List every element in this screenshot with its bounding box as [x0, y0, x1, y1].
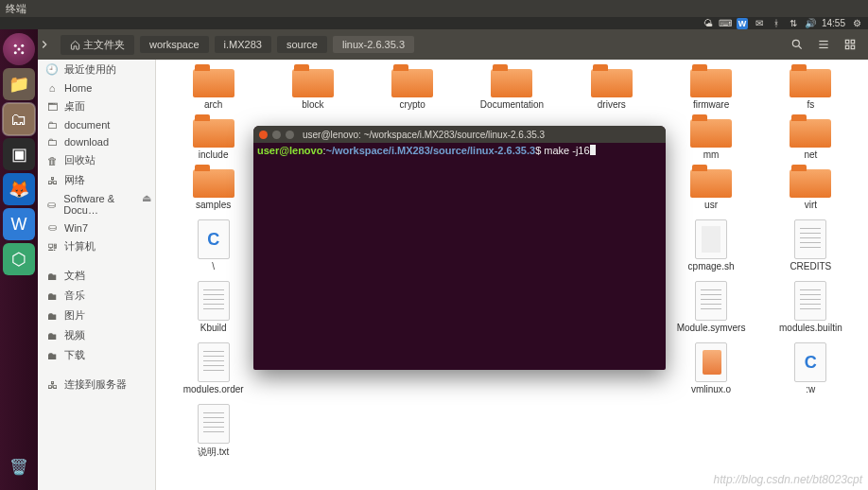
folder-item[interactable]: net	[763, 119, 859, 160]
sidebar-item-label: document	[64, 119, 110, 131]
svg-rect-8	[851, 45, 855, 49]
file-label: \	[212, 261, 215, 271]
file-label: 说明.txt	[198, 446, 229, 459]
mail-icon[interactable]: ✉	[754, 18, 765, 29]
sidebar-item-label: 连接到服务器	[64, 377, 127, 392]
file-item[interactable]: C:w	[763, 342, 859, 394]
window-close-icon[interactable]	[259, 131, 268, 139]
terminal-titlebar[interactable]: user@lenovo: ~/workspace/i.MX283/source/…	[253, 126, 666, 143]
sidebar-item-label: 网络	[64, 173, 85, 187]
sidebar-item-docs[interactable]: 🖿文档	[38, 266, 155, 286]
sidebar-item-downloads2[interactable]: 🖿下载	[38, 345, 155, 365]
file-item[interactable]: vmlinux.o	[663, 342, 758, 394]
file-item[interactable]: modules.order	[165, 342, 261, 394]
sidebar-item-software[interactable]: ⛀Software & Docu…⏏	[38, 190, 155, 219]
file-label: CREDITS	[790, 261, 831, 271]
folder-item[interactable]: samples	[165, 169, 261, 210]
sidebar-item-label: Win7	[64, 222, 88, 234]
gear-icon[interactable]: ⚙	[851, 18, 862, 29]
svg-point-9	[14, 44, 17, 47]
sidebar-item-home[interactable]: ⌂Home	[38, 79, 155, 96]
sidebar-item-network[interactable]: 🖧网络	[38, 170, 155, 190]
file-item[interactable]: modules.builtin	[763, 281, 859, 333]
file-label: cpmage.sh	[688, 261, 735, 271]
crumb-home[interactable]: 主文件夹	[61, 35, 134, 55]
svg-point-11	[14, 51, 17, 54]
window-min-icon[interactable]	[272, 131, 281, 139]
crumb-workspace[interactable]: workspace	[140, 36, 209, 53]
folder-item[interactable]: mm	[663, 119, 758, 160]
launcher-filemanager-icon[interactable]: 🗂	[3, 103, 35, 135]
file-item[interactable]: cpmage.sh	[663, 219, 758, 271]
script-file-icon	[695, 219, 727, 259]
launcher-files-icon[interactable]: 📁	[3, 68, 35, 100]
crumb-source[interactable]: source	[277, 36, 327, 53]
places-sidebar: 🕘最近使用的 ⌂Home 🗔桌面 🗀document 🗀download 🗑回收…	[38, 60, 156, 490]
bluetooth-icon[interactable]: ᚼ	[771, 18, 782, 29]
launcher-atom-icon[interactable]: ⬡	[3, 243, 35, 275]
crumb-imx[interactable]: i.MX283	[215, 36, 271, 53]
wps-tray-icon[interactable]: W	[737, 18, 748, 29]
file-label: virt	[805, 200, 817, 210]
folder-item[interactable]: arch	[165, 69, 261, 110]
folder-icon: 🖿	[45, 350, 59, 361]
clock[interactable]: 14:55	[822, 18, 845, 28]
list-view-button[interactable]	[813, 34, 834, 55]
file-item[interactable]: Kbuild	[165, 281, 261, 333]
folder-item[interactable]: include	[165, 119, 261, 160]
launcher-terminal-icon[interactable]: ▣	[3, 138, 35, 170]
launcher-trash-icon[interactable]: 🗑️	[3, 450, 35, 482]
file-label: net	[804, 149, 817, 160]
volume-icon[interactable]: 🔊	[805, 18, 816, 29]
folder-icon: 🗀	[45, 136, 59, 148]
sidebar-item-download[interactable]: 🗀download	[38, 133, 155, 150]
folder-item[interactable]: firmware	[663, 69, 758, 110]
home-label: 主文件夹	[83, 38, 125, 52]
sidebar-item-video[interactable]: 🖿视频	[38, 325, 155, 345]
launcher: 📁 🗂 ▣ 🦊 W ⬡ 🗑️	[0, 29, 38, 490]
folder-item[interactable]: block	[265, 69, 360, 110]
folder-item[interactable]: fs	[763, 69, 859, 110]
sidebar-item-desktop[interactable]: 🗔桌面	[38, 96, 155, 116]
file-label: arch	[204, 99, 222, 110]
object-file-icon	[695, 342, 727, 382]
file-label: Kbuild	[200, 323, 227, 333]
sidebar-item-recent[interactable]: 🕘最近使用的	[38, 60, 155, 79]
file-item[interactable]: CREDITS	[763, 219, 859, 271]
folder-item[interactable]: Documentation	[464, 69, 560, 110]
crumb-linux[interactable]: linux-2.6.35.3	[333, 36, 414, 53]
folder-item[interactable]: drivers	[564, 69, 659, 110]
terminal-window[interactable]: user@lenovo: ~/workspace/i.MX283/source/…	[253, 126, 666, 370]
weather-icon[interactable]: 🌤	[703, 18, 714, 29]
folder-item[interactable]: crypto	[365, 69, 460, 110]
folder-item[interactable]: virt	[763, 169, 859, 210]
sidebar-item-document[interactable]: 🗀document	[38, 116, 155, 133]
sidebar-item-label: 视频	[64, 328, 85, 342]
folder-item[interactable]: usr	[663, 169, 758, 210]
launcher-firefox-icon[interactable]: 🦊	[3, 173, 35, 205]
sidebar-item-music[interactable]: 🖿音乐	[38, 286, 155, 306]
network-icon[interactable]: ⇅	[788, 18, 799, 29]
folder-icon	[790, 69, 831, 97]
keyboard-layout-icon[interactable]: ⌨	[720, 18, 731, 29]
terminal-body[interactable]: user@lenovo:~/workspace/i.MX283/source/l…	[253, 143, 666, 370]
svg-point-13	[18, 48, 21, 51]
file-item[interactable]: Module.symvers	[663, 281, 758, 333]
file-label: modules.builtin	[779, 323, 842, 333]
grid-view-button[interactable]	[840, 34, 860, 55]
launcher-wps-icon[interactable]: W	[3, 208, 35, 240]
clock-icon: 🕘	[45, 63, 59, 76]
sidebar-item-pics[interactable]: 🖿图片	[38, 306, 155, 325]
sidebar-item-computer[interactable]: 🖳计算机	[38, 236, 155, 256]
server-icon: 🖧	[45, 379, 59, 391]
sidebar-item-connect[interactable]: 🖧连接到服务器	[38, 375, 155, 394]
eject-icon[interactable]: ⏏	[142, 192, 151, 204]
window-max-icon[interactable]	[286, 131, 294, 139]
folder-icon	[690, 69, 732, 97]
search-button[interactable]	[787, 34, 807, 55]
file-item[interactable]: 说明.txt	[165, 404, 261, 459]
sidebar-item-trash[interactable]: 🗑回收站	[38, 150, 155, 170]
file-item[interactable]: C\	[165, 219, 261, 271]
dash-icon[interactable]	[3, 33, 35, 65]
sidebar-item-win7[interactable]: ⛀Win7	[38, 219, 155, 236]
